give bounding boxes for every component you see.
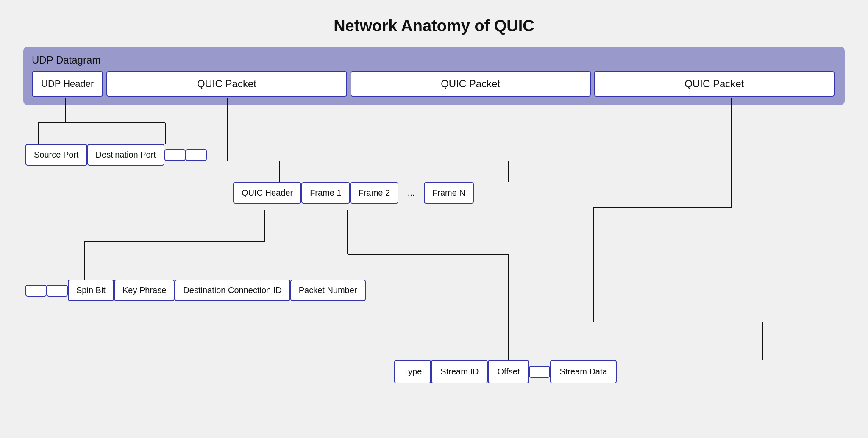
udp-datagram-label: UDP Datagram [32, 54, 836, 66]
udp-inner-row: UDP Header QUIC Packet QUIC Packet QUIC … [32, 71, 836, 97]
udp-extra1-box [164, 149, 186, 161]
quic-header-field-box: QUIC Header [233, 182, 301, 204]
quic-bit1-box [25, 285, 47, 297]
udp-breakdown: Source Port Destination Port [25, 144, 207, 166]
offset-box: Offset [488, 360, 529, 383]
udp-datagram-box: UDP Datagram UDP Header QUIC Packet QUIC… [23, 47, 845, 105]
dots-box: ... [398, 183, 424, 203]
stream-data-box: Stream Data [550, 360, 616, 383]
quic-packet-box-1: QUIC Packet [106, 71, 347, 97]
quic-packet-box-3: QUIC Packet [594, 71, 835, 97]
spin-bit-box: Spin Bit [68, 280, 114, 301]
page-title: Network Anatomy of QUIC [0, 0, 868, 35]
quic-packet-box-2: QUIC Packet [351, 71, 591, 97]
source-port-box: Source Port [25, 144, 87, 166]
udp-extra2-box [186, 149, 207, 161]
quic-header-breakdown: Spin Bit Key Phrase Destination Connecti… [25, 280, 366, 301]
frame-breakdown: Type Stream ID Offset Stream Data [394, 360, 617, 383]
frame-extra-box [529, 366, 550, 378]
destination-port-box: Destination Port [87, 144, 164, 166]
key-phrase-box: Key Phrase [114, 280, 175, 301]
dest-conn-id-box: Destination Connection ID [175, 280, 290, 301]
quic-breakdown: QUIC Header Frame 1 Frame 2 ... Frame N [233, 182, 474, 204]
frame1-box: Frame 1 [301, 182, 350, 204]
stream-id-box: Stream ID [431, 360, 488, 383]
frame2-box: Frame 2 [350, 182, 398, 204]
diagram-container: Network Anatomy of QUIC UDP Datagram UDP… [0, 0, 868, 438]
udp-header-box: UDP Header [32, 71, 103, 97]
type-box: Type [394, 360, 431, 383]
packet-number-box: Packet Number [290, 280, 366, 301]
quic-bit2-box [47, 285, 68, 297]
frameN-box: Frame N [424, 182, 474, 204]
